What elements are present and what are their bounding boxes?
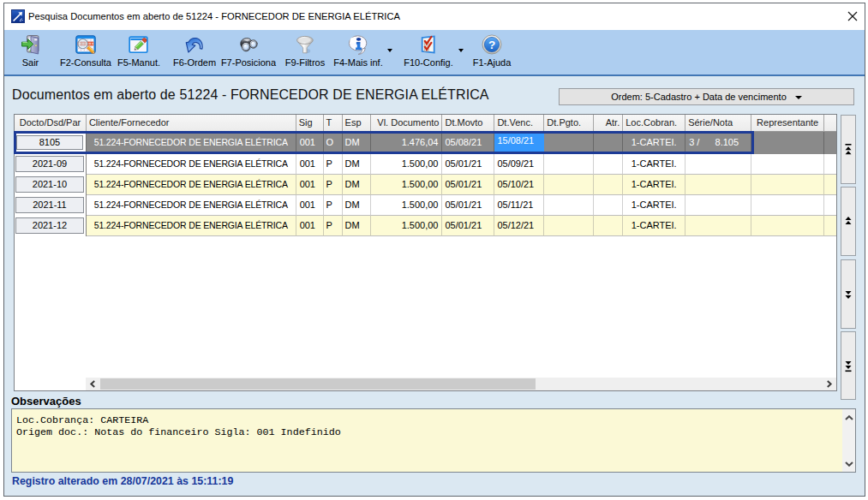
svg-text:?: ? — [488, 39, 495, 51]
